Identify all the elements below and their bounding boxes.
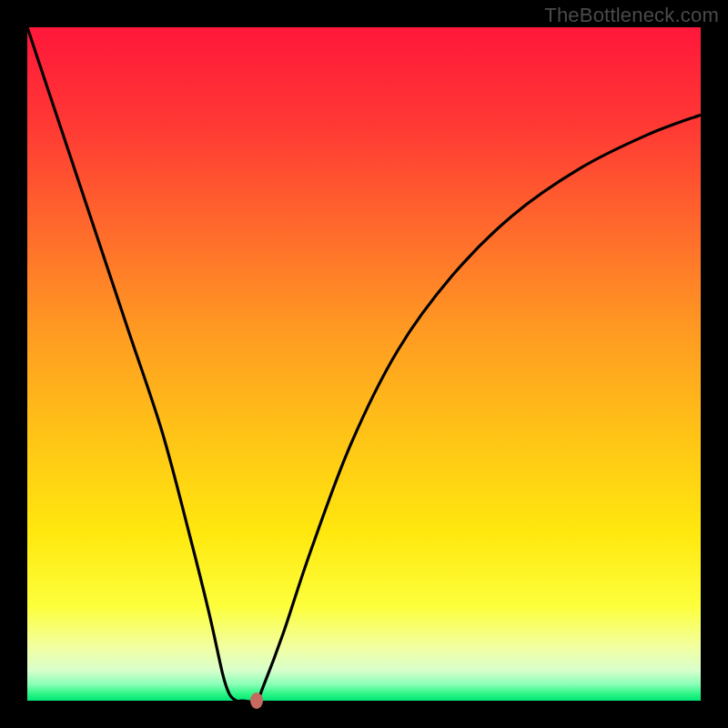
- bottleneck-curve: [27, 27, 701, 701]
- minimum-marker: [250, 693, 263, 709]
- watermark-text: TheBottleneck.com: [544, 4, 719, 27]
- plot-area: [27, 27, 701, 701]
- curve-layer: [27, 27, 701, 701]
- chart-frame: TheBottleneck.com: [0, 0, 728, 728]
